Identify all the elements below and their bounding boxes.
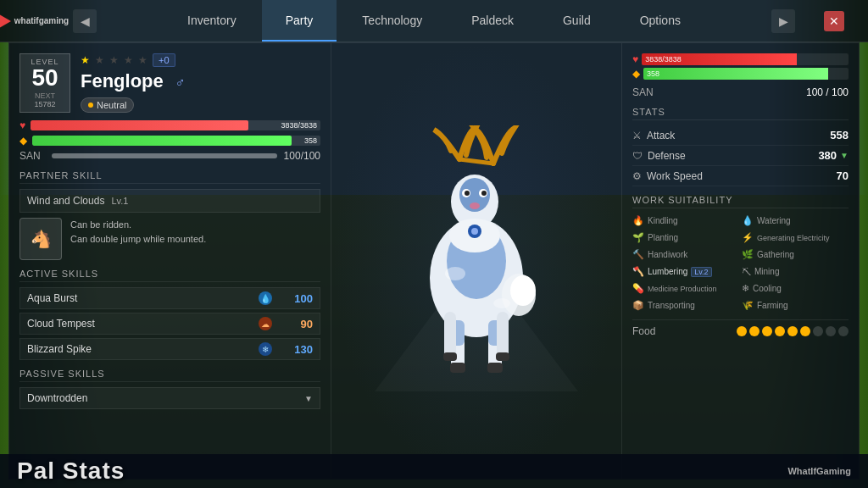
next-label: NEXT	[27, 92, 63, 100]
passive-skill-box[interactable]: Downtrodden ▼	[19, 387, 320, 409]
defense-stat-label: 🛡 Defense	[632, 150, 686, 162]
work-speed-icon: ⚙	[632, 170, 642, 182]
close-button[interactable]: ✕	[824, 11, 844, 31]
food-dot-7	[813, 326, 823, 336]
skill-blizzard-spike: Blizzard Spike ❄ 130	[19, 338, 320, 360]
sp-bar-text: 358	[304, 136, 317, 146]
attack-label: Attack	[647, 130, 675, 141]
san-value-right: 100 / 100	[806, 86, 849, 98]
generating-icon: ⚡	[742, 232, 754, 243]
lumbering-label: Lumbering	[648, 267, 687, 276]
partner-skill-level: Lv.1	[111, 196, 128, 206]
star-3: ★	[109, 54, 119, 66]
logo-text: whatifgaming	[14, 16, 69, 25]
watering-icon: 💧	[742, 215, 754, 226]
sp-bar-right-track: 358	[643, 68, 849, 80]
hp-bar-row: ♥ 3838/3838	[19, 119, 320, 131]
partner-icon: 🐴	[19, 218, 62, 260]
bars-section: ♥ 3838/3838 ◆ 358 SAN 100/100	[19, 119, 320, 162]
bottom-bar: Pal Stats WhatIfGaming	[0, 454, 868, 488]
skill-power-3: 130	[279, 343, 313, 356]
generating-label: Generating Electricity	[757, 234, 830, 242]
food-dot-6	[800, 326, 810, 336]
work-mining: ⛏ Mining	[742, 264, 849, 279]
sp-bar-right-row: ◆ 358	[632, 68, 849, 80]
pal-name-section: ★ ★ ★ ★ ★ +0 Fenglope ♂ Neutral	[81, 53, 320, 113]
defense-stat-row: 🛡 Defense 380 ▼	[632, 146, 849, 166]
creature-svg	[375, 125, 578, 396]
tab-party[interactable]: Party	[262, 0, 337, 42]
brand-logo: whatifgaming	[0, 14, 69, 28]
partner-desc: 🐴 Can be ridden. Can double jump while m…	[19, 218, 320, 260]
skill-element-2: ☁	[259, 317, 272, 330]
partner-skill-title: Partner Skill	[19, 170, 320, 184]
pal-stats-title: Pal Stats	[17, 458, 125, 485]
pal-name: Fenglope	[81, 70, 164, 92]
sp-bar-fill	[32, 136, 292, 146]
defense-label: Defense	[648, 150, 686, 162]
tab-paldeck[interactable]: Paldeck	[448, 0, 537, 42]
tab-guild[interactable]: Guild	[539, 0, 615, 42]
right-panel: ♥ 3838/3838 ◆ 358 SAN 100 / 100 Stats	[621, 43, 859, 479]
work-speed-label: Work Speed	[647, 170, 703, 182]
level-number: 50	[27, 66, 63, 90]
sp-bar-row: ◆ 358	[19, 135, 320, 147]
watering-label: Watering	[757, 216, 791, 225]
planting-icon: 🌱	[632, 232, 644, 243]
hp-bar-text: 3838/3838	[281, 120, 317, 130]
svg-point-6	[465, 191, 470, 196]
transporting-icon: 📦	[632, 300, 644, 311]
planting-label: Planting	[648, 233, 678, 242]
skill-element-3: ❄	[259, 342, 272, 356]
transporting-label: Transporting	[648, 301, 695, 310]
defense-change: ▼	[840, 151, 849, 160]
handiwork-label: Handiwork	[648, 250, 687, 259]
skill-name-3: Blizzard Spike	[27, 343, 252, 355]
attack-stat-label: ⚔ Attack	[632, 130, 675, 141]
work-speed-stat-label: ⚙ Work Speed	[632, 170, 703, 182]
main-panel: LEVEL 50 NEXT 15782 ★ ★ ★ ★ ★ +0 Fenglop…	[8, 42, 860, 480]
partner-desc-1: Can be ridden.	[70, 218, 206, 232]
medicine-label: Medicine Production	[648, 285, 717, 293]
hp-bar-fill	[31, 120, 248, 130]
nav-right-area: ✕	[800, 11, 868, 31]
san-fill	[52, 153, 277, 158]
work-transporting: 📦 Transporting	[632, 298, 739, 313]
attack-value: 558	[830, 129, 849, 141]
active-skills-title: Active Skills	[19, 269, 320, 282]
tab-technology[interactable]: Technology	[338, 0, 446, 42]
defense-value: 380	[818, 149, 837, 162]
gathering-label: Gathering	[757, 250, 794, 259]
sp-bar-right-fill	[643, 68, 828, 80]
passive-skills-title: Passive Skills	[19, 369, 320, 382]
cooling-label: Cooling	[753, 284, 782, 293]
gender-icon: ♂	[175, 75, 186, 91]
star-2: ★	[95, 54, 104, 66]
work-suitability-title: Work Suitability	[632, 195, 849, 208]
partner-skill-name-box: Wind and Clouds Lv.1	[19, 189, 320, 213]
work-farming: 🌾 Farming	[742, 298, 849, 313]
logo-triangle	[0, 14, 11, 28]
tab-options[interactable]: Options	[616, 0, 704, 42]
status-badge: Neutral	[81, 97, 134, 113]
stats-title: Stats	[632, 107, 849, 120]
skill-cloud-tempest: Cloud Tempest ☁ 90	[19, 313, 320, 335]
nav-right-arrow[interactable]: ▶	[771, 9, 795, 33]
work-kindling: 🔥 Kindling	[632, 214, 739, 228]
work-suitability-grid: 🔥 Kindling 💧 Watering 🌱 Planting ⚡ Gener…	[632, 214, 849, 313]
medicine-icon: 💊	[632, 283, 644, 294]
sp-icon-right: ◆	[632, 68, 640, 80]
kindling-label: Kindling	[648, 216, 678, 225]
status-dot	[88, 103, 93, 108]
lumbering-level: Lv.2	[691, 267, 711, 277]
mining-icon: ⛏	[742, 267, 751, 277]
svg-point-8	[470, 202, 480, 209]
food-dot-8	[826, 326, 836, 336]
nav-left-arrow[interactable]: ◀	[73, 9, 97, 33]
food-dot-3	[762, 326, 772, 336]
tab-inventory[interactable]: Inventory	[164, 0, 260, 42]
san-label: SAN	[19, 150, 45, 162]
level-box: LEVEL 50 NEXT 15782	[19, 53, 70, 113]
attack-stat-row: ⚔ Attack 558	[632, 125, 849, 146]
san-label-right: SAN	[632, 86, 654, 98]
